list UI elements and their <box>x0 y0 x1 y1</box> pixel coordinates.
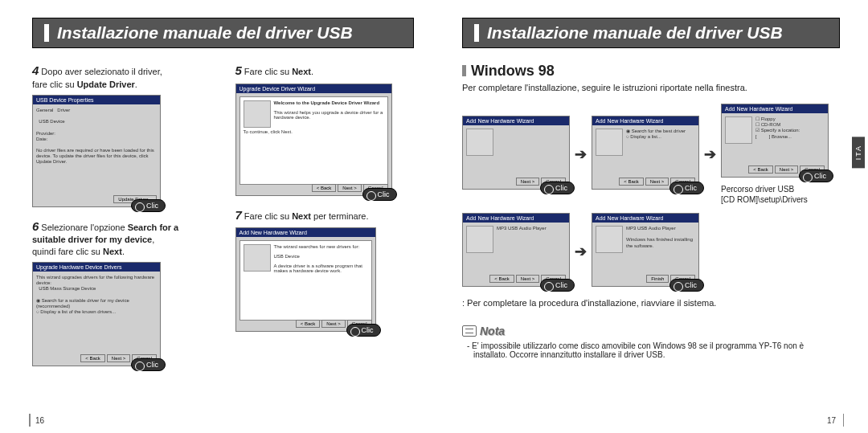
dialog-title: Upgrade Device Driver Wizard <box>236 84 391 93</box>
page-left: Installazione manuale del driver USB 4Do… <box>0 0 434 433</box>
screenshot-step4: USB Device Properties General Driver USB… <box>32 95 161 207</box>
dialog-body: This wizard upgrades drivers for the fol… <box>33 272 160 318</box>
next-button[interactable]: Next > <box>516 178 540 186</box>
click-badge: Clic <box>540 279 575 292</box>
wizard-icon <box>466 226 493 253</box>
click-badge: Clic <box>669 182 704 194</box>
dialog-add-hardware: Add New Hardware Wizard MP3 USB Audio Pl… <box>592 213 699 287</box>
header-accent-bar <box>474 24 479 42</box>
dialog-usb-properties: USB Device Properties General Driver USB… <box>32 95 161 207</box>
dialog-title: Add New Hardware Wizard <box>463 214 569 223</box>
back-button[interactable]: < Back <box>312 184 337 192</box>
screenshot-win98-3: Add New Hardware Wizard ☐ Floppy☐ CD-ROM… <box>721 104 829 178</box>
next-button[interactable]: Next > <box>775 165 799 174</box>
note-label: Nota <box>480 325 505 337</box>
wizard-icon <box>466 129 493 156</box>
note-text: - E' impossibile utilizzarlo come disco … <box>462 341 840 359</box>
dialog-title: Add New Hardware Wizard <box>722 104 828 113</box>
click-badge: Clic <box>799 170 833 182</box>
back-button[interactable]: < Back <box>489 275 514 283</box>
dialog-inner: Welcome to the Upgrade Device Driver Wiz… <box>240 96 388 185</box>
arrow-icon: ➔ <box>575 145 587 163</box>
left-col-1: 4Dopo aver selezionato il driver, fare c… <box>32 63 211 378</box>
page-num-bar <box>843 414 845 427</box>
finish-button[interactable]: Finish <box>646 275 669 283</box>
dialog-add-hardware: Add New Hardware Wizard MP3 USB Audio Pl… <box>462 213 570 287</box>
next-button[interactable]: Next > <box>645 178 669 186</box>
click-badge: Clic <box>131 199 166 212</box>
dialog-body: General Driver USB Device Provider:Date:… <box>33 104 160 169</box>
back-button[interactable]: < Back <box>80 354 105 362</box>
screenshot-step6: Upgrade Hardware Device Drivers This wiz… <box>32 262 161 366</box>
left-col-2: 5Fare clic su Next. Upgrade Device Drive… <box>235 63 415 378</box>
page-header-left: Installazione manuale del driver USB <box>32 18 414 48</box>
click-badge: Clic <box>346 324 381 337</box>
step-7-text: 7Fare clic su Next per terminare. <box>235 207 415 223</box>
step-4-text: 4Dopo aver selezionato il driver, fare c… <box>32 63 211 90</box>
wizard-icon <box>596 226 623 253</box>
note-icon <box>462 325 477 337</box>
dialog-add-hardware: Add New Hardware Wizard ☐ Floppy☐ CD-ROM… <box>721 104 829 178</box>
dialog-add-hardware: Add New Hardware Wizard The wizard searc… <box>235 227 376 332</box>
flow-row-1: Add New Hardware Wizard Next > Cancel Cl… <box>462 104 840 205</box>
wizard-icon <box>725 116 752 144</box>
header-title: Installazione manuale del driver USB <box>487 23 783 43</box>
section-title: Windows 98 <box>462 63 840 80</box>
screenshot-win98-5: Add New Hardware Wizard MP3 USB Audio Pl… <box>592 213 699 287</box>
click-badge: Clic <box>362 188 397 201</box>
step-6-text: 6Selezionare l'opzione Search for a suit… <box>32 219 211 257</box>
screenshot-step7: Add New Hardware Wizard The wizard searc… <box>235 227 376 332</box>
arrow-icon: ➔ <box>575 243 587 260</box>
driver-path-note: Percorso driver USB [CD ROM]\setup\Drive… <box>721 184 829 205</box>
back-button[interactable]: < Back <box>619 178 644 186</box>
dialog-add-hardware: Add New Hardware Wizard Next > Cancel <box>462 116 570 190</box>
click-badge: Clic <box>669 279 704 292</box>
dialog-upgrade-wizard: Upgrade Device Driver Wizard Welcome to … <box>235 84 392 196</box>
left-columns: 4Dopo aver selezionato il driver, fare c… <box>32 63 414 378</box>
wizard-icon <box>244 100 271 128</box>
dialog-title: Upgrade Hardware Device Drivers <box>33 263 160 272</box>
note-box: Nota - E' impossibile utilizzarlo come d… <box>462 324 840 359</box>
wizard-icon <box>244 244 271 272</box>
screenshot-win98-4: Add New Hardware Wizard MP3 USB Audio Pl… <box>462 213 570 287</box>
next-button[interactable]: Next > <box>107 354 131 362</box>
page-number-right: 17 <box>827 416 836 425</box>
click-badge: Clic <box>540 182 575 194</box>
dialog-add-hardware: Add New Hardware Wizard ◉ Search for the… <box>592 116 699 190</box>
dialog-inner: The wizard searches for new drivers for:… <box>240 240 372 321</box>
arrow-icon: ➔ <box>704 145 716 163</box>
language-tab: ITA <box>852 137 865 168</box>
dialog-title: Add New Hardware Wizard <box>236 228 375 237</box>
back-button[interactable]: < Back <box>748 165 773 174</box>
step-number: 6 <box>32 219 39 233</box>
completion-text: : Per completare la procedura d'installa… <box>462 298 840 308</box>
wizard-icon <box>596 129 623 156</box>
header-accent-bar <box>44 24 49 42</box>
next-button[interactable]: Next > <box>516 275 540 283</box>
section-accent-bar <box>462 65 466 76</box>
dialog-title: Add New Hardware Wizard <box>592 116 698 125</box>
flow-row-2: Add New Hardware Wizard MP3 USB Audio Pl… <box>462 213 840 290</box>
page-right: Installazione manuale del driver USB Win… <box>434 0 868 433</box>
next-button[interactable]: Next > <box>321 320 346 328</box>
dialog-title: Add New Hardware Wizard <box>592 214 698 223</box>
screenshot-step5: Upgrade Device Driver Wizard Welcome to … <box>235 84 392 196</box>
step-number: 7 <box>235 208 242 222</box>
section-intro: Per completare l'installazione, seguire … <box>462 83 840 92</box>
step-number: 4 <box>32 63 39 77</box>
dialog-title: USB Device Properties <box>33 96 160 104</box>
page-num-bar <box>29 414 31 427</box>
header-title: Installazione manuale del driver USB <box>57 23 353 43</box>
back-button[interactable]: < Back <box>296 320 321 328</box>
screenshot-win98-1: Add New Hardware Wizard Next > Cancel Cl… <box>462 116 570 190</box>
page-number-left: 16 <box>35 416 44 425</box>
dialog-title: Add New Hardware Wizard <box>463 116 569 125</box>
next-button[interactable]: Next > <box>338 184 362 192</box>
dialog-upgrade-drivers: Upgrade Hardware Device Drivers This wiz… <box>32 262 161 366</box>
click-badge: Clic <box>131 358 166 371</box>
step-5-text: 5Fare clic su Next. <box>235 63 415 79</box>
screenshot-win98-2: Add New Hardware Wizard ◉ Search for the… <box>592 116 699 190</box>
page-header-right: Installazione manuale del driver USB <box>462 18 840 48</box>
step-number: 5 <box>235 63 242 77</box>
